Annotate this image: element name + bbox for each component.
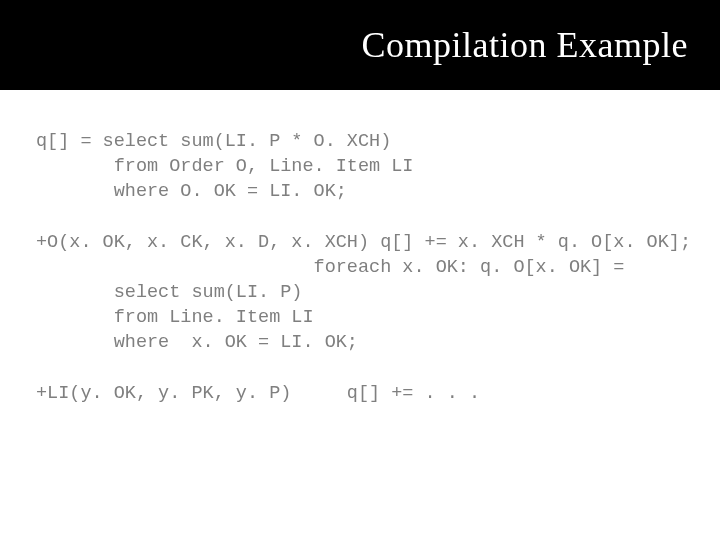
slide: Compilation Example q[] = select sum(LI.… — [0, 0, 720, 540]
code-line: from Line. Item LI — [36, 307, 314, 328]
code-block-delta-o: +O(x. OK, x. CK, x. D, x. XCH) q[] += x.… — [36, 231, 684, 356]
code-line: q[] = select sum(LI. P * O. XCH) — [36, 131, 391, 152]
code-line: +LI(y. OK, y. PK, y. P) q[] += . . . — [36, 383, 480, 404]
code-line: +O(x. OK, x. CK, x. D, x. XCH) q[] += x.… — [36, 232, 691, 253]
code-line: select sum(LI. P) — [36, 282, 302, 303]
code-line: foreach x. OK: q. O[x. OK] = — [36, 257, 624, 278]
slide-body: q[] = select sum(LI. P * O. XCH) from Or… — [0, 90, 720, 407]
slide-title: Compilation Example — [32, 24, 688, 66]
code-line: from Order O, Line. Item LI — [36, 156, 413, 177]
code-block-query: q[] = select sum(LI. P * O. XCH) from Or… — [36, 130, 684, 205]
code-line: where O. OK = LI. OK; — [36, 181, 347, 202]
title-bar: Compilation Example — [0, 0, 720, 90]
code-line: where x. OK = LI. OK; — [36, 332, 358, 353]
code-block-delta-li: +LI(y. OK, y. PK, y. P) q[] += . . . — [36, 382, 684, 407]
